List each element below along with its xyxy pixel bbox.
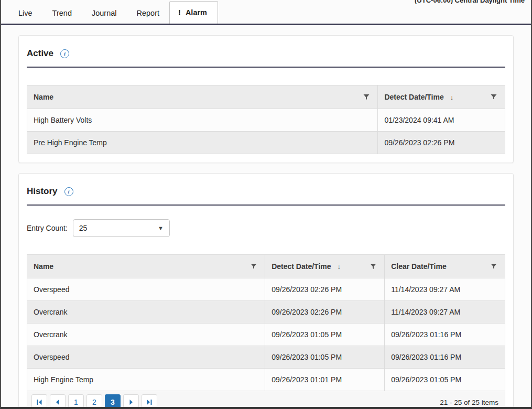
filter-icon[interactable] [489,92,498,102]
table-row[interactable]: High Battery Volts 01/23/2024 09:41 AM [27,109,505,132]
entry-count-label: Entry Count: [27,224,68,232]
table-row[interactable]: Overspeed 09/26/2023 01:05 PM 09/26/2023… [27,346,505,369]
alarm-name-cell: High Engine Temp [27,369,265,391]
pagination-bar: 1 2 3 21 - 25 of 25 items [27,391,505,409]
chevron-down-icon: ▼ [158,225,164,231]
column-label: Detect Date/Time [272,262,331,271]
column-label: Name [34,93,53,101]
tab-alarm-label: Alarm [186,8,207,17]
filter-icon[interactable] [368,262,378,271]
table-row[interactable]: Pre High Engine Temp 09/26/2023 02:26 PM [27,132,505,154]
filter-icon[interactable] [489,262,498,271]
detect-datetime-cell: 09/26/2023 02:26 PM [265,301,385,324]
header-row: Name Detect Date/Time ↓ [27,85,505,109]
history-alarms-table: Name Detect Date/Time ↓ [27,254,505,391]
column-label: Clear Date/Time [391,262,447,271]
column-header-clear-datetime[interactable]: Clear Date/Time [385,255,505,278]
column-header-name[interactable]: Name [27,255,265,278]
tab-live[interactable]: Live [8,3,42,24]
page-button-1[interactable]: 1 [68,394,84,409]
table-row[interactable]: Overspeed 09/26/2023 02:26 PM 11/14/2023… [27,278,505,301]
clear-datetime-cell: 09/26/2023 01:05 PM [385,369,505,391]
alarm-name-cell: Overspeed [27,346,265,369]
table-row[interactable]: Overcrank 09/26/2023 02:26 PM 11/14/2023… [27,301,505,324]
clear-datetime-cell: 11/14/2023 09:27 AM [385,301,505,324]
column-label: Detect Date/Time [384,93,443,101]
clear-datetime-cell: 09/26/2023 01:16 PM [385,346,505,369]
detect-datetime-cell: 09/26/2023 01:05 PM [265,324,385,346]
entry-count-select[interactable]: 25 ▼ [73,219,170,237]
column-header-detect-datetime[interactable]: Detect Date/Time ↓ [265,255,385,278]
history-title-row: History i [27,181,505,206]
clear-datetime-cell: 11/14/2023 09:27 AM [385,278,505,301]
active-title-row: Active i [27,43,505,68]
filter-icon[interactable] [249,262,258,271]
history-section-title: History [27,186,58,197]
info-icon[interactable]: i [60,49,69,58]
detect-datetime-cell: 09/26/2023 01:05 PM [265,346,385,369]
detect-datetime-cell: 09/26/2023 02:26 PM [265,278,385,301]
info-icon[interactable]: i [64,187,73,196]
column-header-detect-datetime[interactable]: Detect Date/Time ↓ [378,85,505,109]
active-alarms-card: Active i Name [18,35,514,163]
active-section-title: Active [27,48,53,59]
alarm-exclamation-icon: ! [178,8,181,17]
header-row: Name Detect Date/Time ↓ [27,255,505,278]
table-row[interactable]: High Engine Temp 09/26/2023 01:01 PM 09/… [27,369,505,391]
tab-report[interactable]: Report [127,3,170,24]
page-button-3-active[interactable]: 3 [105,394,121,409]
pagination-status: 21 - 25 of 25 items [440,399,498,406]
next-page-button[interactable] [123,394,139,409]
alarm-name-cell: Pre High Engine Temp [27,132,378,154]
alarm-name-cell: Overcrank [27,301,265,324]
sort-descending-icon: ↓ [338,263,341,271]
alarm-name-cell: Overspeed [27,278,265,301]
tab-trend[interactable]: Trend [42,3,82,24]
timezone-label: (UTC-06:00) Central Daylight Time [415,0,525,4]
alarm-page: (UTC-06:00) Central Daylight Time Live T… [0,0,532,409]
active-alarms-table: Name Detect Date/Time ↓ [27,85,505,154]
detect-datetime-cell: 09/26/2023 01:01 PM [265,369,385,391]
sort-descending-icon: ↓ [450,93,454,101]
alarm-name-cell: High Battery Volts [27,109,378,132]
page-button-2[interactable]: 2 [86,394,102,409]
previous-page-button[interactable] [50,394,66,409]
tab-alarm[interactable]: ! Alarm [169,1,218,24]
table-row[interactable]: Overcrank 09/26/2023 01:05 PM 09/26/2023… [27,324,505,346]
alarm-name-cell: Overcrank [27,324,265,346]
clear-datetime-cell: 09/26/2023 01:16 PM [385,324,505,346]
tab-journal[interactable]: Journal [82,3,127,24]
column-label: Name [34,262,53,271]
column-header-name[interactable]: Name [27,85,378,109]
last-page-button[interactable] [142,394,157,409]
detect-datetime-cell: 09/26/2023 02:26 PM [378,132,505,154]
entry-count-value: 25 [79,224,88,232]
first-page-button[interactable] [31,394,47,409]
entry-count-row: Entry Count: 25 ▼ [27,219,505,237]
filter-icon[interactable] [362,92,371,102]
detect-datetime-cell: 01/23/2024 09:41 AM [378,109,505,132]
history-alarms-card: History i Entry Count: 25 ▼ Name [18,173,514,409]
